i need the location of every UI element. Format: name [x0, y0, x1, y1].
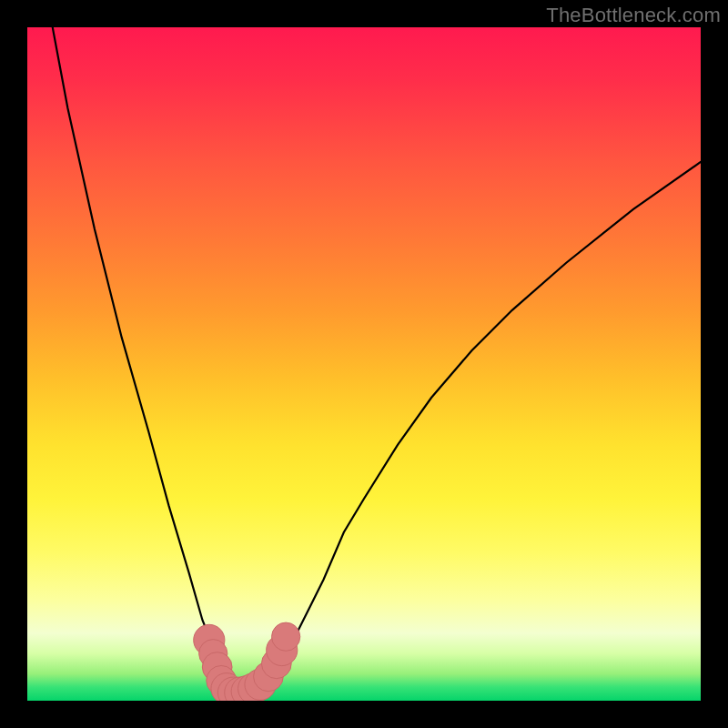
watermark-text: TheBottleneck.com	[546, 4, 721, 27]
bottleneck-curve	[27, 27, 701, 694]
curve-marker	[272, 622, 300, 651]
curve-layer	[27, 27, 701, 701]
plot-area	[27, 27, 701, 701]
curve-markers	[194, 622, 300, 701]
chart-frame: TheBottleneck.com	[0, 0, 728, 728]
